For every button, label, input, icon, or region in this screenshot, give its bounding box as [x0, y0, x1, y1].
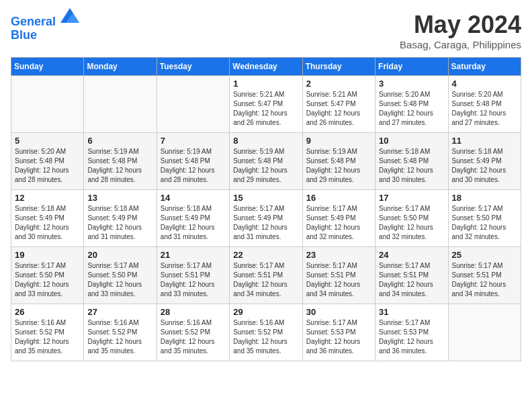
day-info: Sunrise: 5:18 AM Sunset: 5:48 PM Dayligh…	[379, 147, 444, 185]
calendar-title: May 2024	[400, 11, 521, 39]
calendar-cell: 22Sunrise: 5:17 AM Sunset: 5:51 PM Dayli…	[230, 247, 302, 304]
calendar-cell: 24Sunrise: 5:17 AM Sunset: 5:51 PM Dayli…	[375, 247, 448, 304]
weekday-header-saturday: Saturday	[448, 58, 521, 76]
day-info: Sunrise: 5:16 AM Sunset: 5:52 PM Dayligh…	[15, 318, 80, 356]
calendar-cell: 3Sunrise: 5:20 AM Sunset: 5:48 PM Daylig…	[375, 76, 448, 133]
day-info: Sunrise: 5:17 AM Sunset: 5:50 PM Dayligh…	[87, 261, 152, 299]
calendar-cell: 8Sunrise: 5:19 AM Sunset: 5:48 PM Daylig…	[230, 133, 302, 190]
day-number: 1	[233, 79, 298, 89]
calendar-week-2: 5Sunrise: 5:20 AM Sunset: 5:48 PM Daylig…	[11, 133, 521, 190]
day-number: 26	[15, 307, 80, 317]
weekday-header-tuesday: Tuesday	[157, 58, 229, 76]
day-info: Sunrise: 5:19 AM Sunset: 5:48 PM Dayligh…	[233, 147, 298, 185]
page-header: General Blue May 2024 Basag, Caraga, Phi…	[11, 11, 521, 50]
day-info: Sunrise: 5:16 AM Sunset: 5:52 PM Dayligh…	[87, 318, 152, 356]
day-number: 7	[161, 136, 226, 146]
title-block: May 2024 Basag, Caraga, Philippines	[400, 11, 521, 50]
day-info: Sunrise: 5:17 AM Sunset: 5:50 PM Dayligh…	[379, 204, 444, 242]
calendar-cell: 5Sunrise: 5:20 AM Sunset: 5:48 PM Daylig…	[11, 133, 84, 190]
day-info: Sunrise: 5:17 AM Sunset: 5:51 PM Dayligh…	[161, 261, 226, 299]
day-number: 29	[233, 307, 298, 317]
day-info: Sunrise: 5:19 AM Sunset: 5:48 PM Dayligh…	[306, 147, 371, 185]
weekday-row: SundayMondayTuesdayWednesdayThursdayFrid…	[11, 58, 521, 76]
day-number: 16	[306, 193, 371, 203]
day-number: 14	[161, 193, 226, 203]
day-number: 31	[379, 307, 444, 317]
day-info: Sunrise: 5:16 AM Sunset: 5:52 PM Dayligh…	[161, 318, 226, 356]
day-info: Sunrise: 5:17 AM Sunset: 5:51 PM Dayligh…	[379, 261, 444, 299]
calendar-cell	[448, 304, 521, 361]
day-info: Sunrise: 5:17 AM Sunset: 5:51 PM Dayligh…	[233, 261, 298, 299]
day-info: Sunrise: 5:17 AM Sunset: 5:50 PM Dayligh…	[15, 261, 80, 299]
calendar-cell: 20Sunrise: 5:17 AM Sunset: 5:50 PM Dayli…	[84, 247, 157, 304]
calendar-cell: 16Sunrise: 5:17 AM Sunset: 5:49 PM Dayli…	[302, 190, 375, 247]
day-info: Sunrise: 5:16 AM Sunset: 5:52 PM Dayligh…	[233, 318, 298, 356]
calendar-cell: 31Sunrise: 5:17 AM Sunset: 5:53 PM Dayli…	[375, 304, 448, 361]
day-info: Sunrise: 5:19 AM Sunset: 5:48 PM Dayligh…	[87, 147, 152, 185]
calendar-cell: 18Sunrise: 5:17 AM Sunset: 5:50 PM Dayli…	[448, 190, 521, 247]
day-number: 15	[233, 193, 298, 203]
day-info: Sunrise: 5:17 AM Sunset: 5:51 PM Dayligh…	[452, 261, 517, 299]
calendar-cell: 26Sunrise: 5:16 AM Sunset: 5:52 PM Dayli…	[11, 304, 84, 361]
calendar-cell: 21Sunrise: 5:17 AM Sunset: 5:51 PM Dayli…	[157, 247, 229, 304]
calendar-week-4: 19Sunrise: 5:17 AM Sunset: 5:50 PM Dayli…	[11, 247, 521, 304]
day-number: 25	[452, 250, 517, 260]
day-info: Sunrise: 5:17 AM Sunset: 5:49 PM Dayligh…	[306, 204, 371, 242]
logo-icon	[60, 8, 79, 23]
day-number: 19	[15, 250, 80, 260]
day-info: Sunrise: 5:21 AM Sunset: 5:47 PM Dayligh…	[233, 90, 298, 128]
day-number: 9	[306, 136, 371, 146]
day-info: Sunrise: 5:18 AM Sunset: 5:49 PM Dayligh…	[161, 204, 226, 242]
calendar-cell	[11, 76, 84, 133]
calendar-cell: 29Sunrise: 5:16 AM Sunset: 5:52 PM Dayli…	[230, 304, 302, 361]
day-number: 24	[379, 250, 444, 260]
weekday-header-friday: Friday	[375, 58, 448, 76]
calendar-cell: 19Sunrise: 5:17 AM Sunset: 5:50 PM Dayli…	[11, 247, 84, 304]
day-number: 8	[233, 136, 298, 146]
day-number: 12	[15, 193, 80, 203]
day-info: Sunrise: 5:19 AM Sunset: 5:48 PM Dayligh…	[161, 147, 226, 185]
calendar-body: 1Sunrise: 5:21 AM Sunset: 5:47 PM Daylig…	[11, 76, 521, 361]
calendar-cell: 7Sunrise: 5:19 AM Sunset: 5:48 PM Daylig…	[157, 133, 229, 190]
day-number: 20	[87, 250, 152, 260]
calendar-week-3: 12Sunrise: 5:18 AM Sunset: 5:49 PM Dayli…	[11, 190, 521, 247]
day-number: 17	[379, 193, 444, 203]
day-number: 4	[452, 79, 517, 89]
calendar-header: SundayMondayTuesdayWednesdayThursdayFrid…	[11, 58, 521, 76]
calendar-cell: 25Sunrise: 5:17 AM Sunset: 5:51 PM Dayli…	[448, 247, 521, 304]
calendar-week-5: 26Sunrise: 5:16 AM Sunset: 5:52 PM Dayli…	[11, 304, 521, 361]
day-info: Sunrise: 5:17 AM Sunset: 5:49 PM Dayligh…	[233, 204, 298, 242]
calendar-cell: 9Sunrise: 5:19 AM Sunset: 5:48 PM Daylig…	[302, 133, 375, 190]
calendar-cell: 6Sunrise: 5:19 AM Sunset: 5:48 PM Daylig…	[84, 133, 157, 190]
calendar-cell: 1Sunrise: 5:21 AM Sunset: 5:47 PM Daylig…	[230, 76, 302, 133]
day-info: Sunrise: 5:18 AM Sunset: 5:49 PM Dayligh…	[87, 204, 152, 242]
day-number: 21	[161, 250, 226, 260]
day-number: 2	[306, 79, 371, 89]
day-info: Sunrise: 5:20 AM Sunset: 5:48 PM Dayligh…	[15, 147, 80, 185]
calendar-cell: 28Sunrise: 5:16 AM Sunset: 5:52 PM Dayli…	[157, 304, 229, 361]
day-info: Sunrise: 5:17 AM Sunset: 5:51 PM Dayligh…	[306, 261, 371, 299]
day-number: 23	[306, 250, 371, 260]
day-number: 11	[452, 136, 517, 146]
day-number: 22	[233, 250, 298, 260]
weekday-header-wednesday: Wednesday	[230, 58, 302, 76]
day-info: Sunrise: 5:21 AM Sunset: 5:47 PM Dayligh…	[306, 90, 371, 128]
day-info: Sunrise: 5:17 AM Sunset: 5:53 PM Dayligh…	[379, 318, 444, 356]
calendar-cell: 10Sunrise: 5:18 AM Sunset: 5:48 PM Dayli…	[375, 133, 448, 190]
calendar-cell: 23Sunrise: 5:17 AM Sunset: 5:51 PM Dayli…	[302, 247, 375, 304]
day-info: Sunrise: 5:20 AM Sunset: 5:48 PM Dayligh…	[452, 90, 517, 128]
calendar-cell: 15Sunrise: 5:17 AM Sunset: 5:49 PM Dayli…	[230, 190, 302, 247]
day-number: 28	[161, 307, 226, 317]
calendar-cell: 17Sunrise: 5:17 AM Sunset: 5:50 PM Dayli…	[375, 190, 448, 247]
calendar-cell: 2Sunrise: 5:21 AM Sunset: 5:47 PM Daylig…	[302, 76, 375, 133]
calendar-cell: 11Sunrise: 5:18 AM Sunset: 5:49 PM Dayli…	[448, 133, 521, 190]
day-number: 5	[15, 136, 80, 146]
logo: General Blue	[11, 11, 79, 42]
day-number: 6	[87, 136, 152, 146]
weekday-header-monday: Monday	[84, 58, 157, 76]
day-number: 13	[87, 193, 152, 203]
day-number: 27	[87, 307, 152, 317]
logo-blue: Blue	[11, 28, 37, 42]
day-number: 10	[379, 136, 444, 146]
calendar-cell: 4Sunrise: 5:20 AM Sunset: 5:48 PM Daylig…	[448, 76, 521, 133]
